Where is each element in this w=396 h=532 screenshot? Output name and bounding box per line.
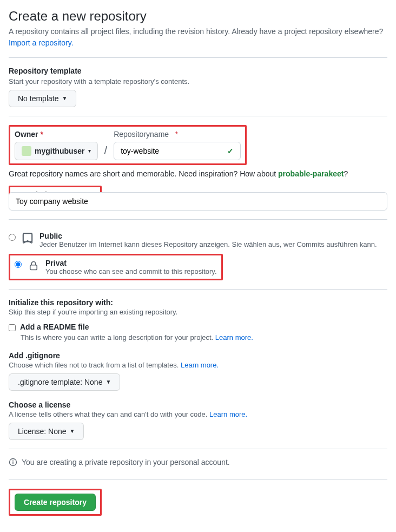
create-repository-button[interactable]: Create repository (15, 494, 96, 511)
template-select-button[interactable]: No template ▼ (9, 90, 76, 107)
import-repository-link[interactable]: Import a repository. (9, 38, 74, 47)
gitignore-desc: Choose which files not to track from a l… (9, 361, 179, 369)
license-learn-more-link[interactable]: Learn more. (209, 410, 247, 418)
visibility-public-radio[interactable] (9, 234, 16, 241)
path-slash: / (104, 145, 108, 160)
description-input[interactable] (9, 192, 387, 211)
repository-name-input[interactable] (121, 147, 227, 155)
private-title: Privat (45, 259, 217, 267)
required-asterisk: * (171, 130, 178, 139)
page-subtitle: A repository contains all project files,… (9, 26, 387, 49)
caret-down-icon: ▾ (88, 146, 91, 156)
caret-down-icon: ▼ (70, 426, 75, 437)
svg-rect-1 (30, 265, 37, 270)
gitignore-learn-more-link[interactable]: Learn more. (181, 361, 219, 369)
repo-name-label: Repositoryname (114, 130, 169, 139)
license-desc: A license tells others what they can and… (9, 410, 207, 418)
submit-highlight: Create repository (9, 489, 102, 516)
divider (9, 219, 387, 220)
private-highlight: Privat You choose who can see and commit… (9, 254, 223, 280)
owner-repo-highlight: Owner* mygithubuser ▾ / Repositoryname *… (9, 125, 247, 165)
info-text: You are creating a private repository in… (22, 458, 230, 467)
repo-icon (21, 233, 34, 245)
divider (9, 289, 387, 290)
readme-learn-more-link[interactable]: Learn more. (215, 333, 253, 341)
license-title: Choose a license (9, 400, 387, 409)
template-note: Start your repository with a template re… (9, 77, 387, 86)
caret-down-icon: ▼ (105, 377, 111, 387)
owner-select-button[interactable]: mygithubuser ▾ (15, 142, 98, 160)
initialize-heading: Initialize this repository with: (9, 298, 387, 307)
template-label: Repository template (9, 67, 82, 75)
readme-desc: This is where you can write a long descr… (21, 333, 213, 341)
caret-down-icon: ▼ (62, 93, 67, 104)
suggested-name-link[interactable]: probable-parakeet (278, 169, 344, 178)
owner-label: Owner (15, 130, 38, 139)
public-title: Public (39, 232, 377, 240)
add-readme-checkbox[interactable] (9, 324, 16, 331)
divider (9, 449, 387, 449)
repo-name-hint: Great repository names are short and mem… (9, 169, 387, 178)
private-desc: You choose who can see and commit to thi… (45, 267, 217, 275)
readme-title: Add a README file (20, 323, 89, 331)
divider (9, 480, 387, 480)
page-title: Create a new repository (9, 9, 387, 24)
gitignore-template-button[interactable]: .gitignore template: None ▼ (9, 373, 120, 391)
visibility-private-radio[interactable] (15, 261, 22, 268)
public-desc: Jeder Benutzer im Internet kann dieses R… (39, 240, 377, 248)
info-icon (9, 458, 17, 467)
divider (9, 57, 387, 58)
owner-name: mygithubuser (35, 146, 85, 156)
svg-point-3 (12, 460, 14, 461)
required-asterisk: * (41, 130, 43, 139)
avatar-icon (22, 146, 31, 156)
gitignore-title: Add .gitignore (9, 351, 387, 360)
divider (9, 116, 387, 116)
check-icon: ✓ (227, 146, 234, 156)
license-select-button[interactable]: License: None ▼ (9, 423, 84, 440)
initialize-skip-note: Skip this step if you're importing an ex… (9, 308, 387, 316)
lock-icon (27, 260, 40, 272)
